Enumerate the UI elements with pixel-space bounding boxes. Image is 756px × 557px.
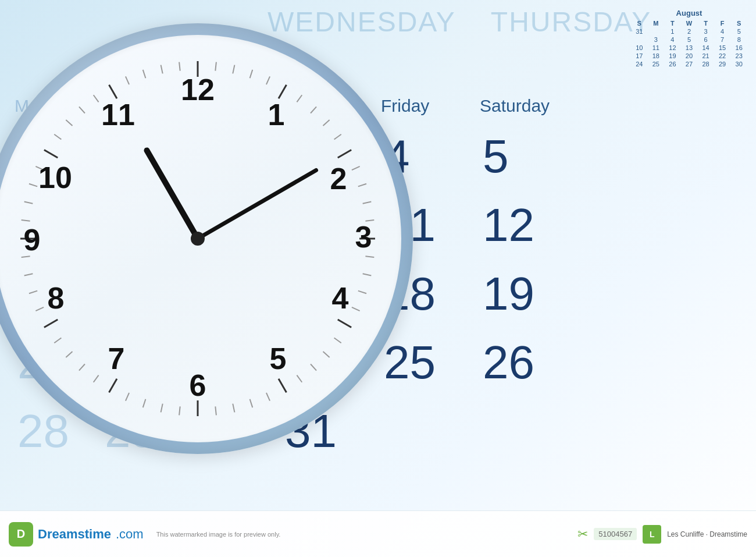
svg-line-10 <box>44 150 58 158</box>
clock-num-12: 12 <box>181 73 215 107</box>
svg-line-44 <box>35 307 44 311</box>
svg-line-21 <box>358 184 366 187</box>
clock-num-1: 1 <box>268 98 285 132</box>
svg-line-39 <box>126 393 129 401</box>
svg-line-12 <box>215 62 216 71</box>
hour-hand <box>147 150 198 239</box>
svg-line-43 <box>54 338 61 343</box>
clock-num-3: 3 <box>355 220 372 254</box>
svg-line-48 <box>22 220 30 221</box>
clock-container: 12 1 2 3 4 5 6 7 8 9 10 11 <box>0 23 425 466</box>
svg-line-56 <box>126 76 129 84</box>
svg-line-38 <box>143 399 146 407</box>
svg-line-58 <box>161 65 163 74</box>
svg-line-2 <box>338 150 351 158</box>
svg-line-53 <box>66 120 72 126</box>
small-calendar-days: 3112345 3456789 10111213141516 171819202… <box>631 27 747 68</box>
svg-line-54 <box>79 107 85 113</box>
svg-line-30 <box>311 364 316 371</box>
svg-line-20 <box>352 166 360 170</box>
clock-num-7: 7 <box>108 342 125 375</box>
clock-num-5: 5 <box>270 342 287 375</box>
svg-line-55 <box>94 95 99 102</box>
svg-line-36 <box>179 406 180 415</box>
svg-line-5 <box>279 379 287 392</box>
image-id-badge: 51004567 <box>594 528 637 540</box>
small-calendar-month: August <box>631 9 747 17</box>
svg-line-4 <box>338 320 351 328</box>
dreamstime-icon: D <box>9 522 33 547</box>
svg-line-31 <box>297 375 302 382</box>
watermark-right-section: ✂ 51004567 L Les Cunliffe · Dreamstime <box>577 525 747 544</box>
svg-line-33 <box>250 399 253 407</box>
svg-line-18 <box>323 120 330 126</box>
svg-line-13 <box>233 65 234 74</box>
svg-line-14 <box>250 70 253 78</box>
clock-num-4: 4 <box>332 281 349 315</box>
big-thursday-header: THURSDAY <box>491 6 651 38</box>
svg-line-29 <box>323 352 330 357</box>
clock-svg: 12 1 2 3 4 5 6 7 8 9 10 11 <box>0 35 401 442</box>
svg-line-41 <box>79 364 85 371</box>
svg-line-15 <box>266 76 270 84</box>
svg-line-34 <box>233 404 234 413</box>
small-calendar: August S M T W T F S 3112345 3456789 101… <box>631 9 747 68</box>
small-calendar-day-headers: S M T W T F S <box>631 19 747 27</box>
svg-line-57 <box>143 70 146 78</box>
svg-line-11 <box>109 85 117 98</box>
clock-center-cap <box>191 232 205 246</box>
scissors-icon: ✂ <box>577 527 588 542</box>
dreamstime-brand: Dreamstime <box>38 527 111 542</box>
clock-num-11: 11 <box>101 98 135 132</box>
day-header-saturday: Saturday <box>477 96 570 116</box>
svg-line-24 <box>365 256 374 257</box>
dreamstime-logo: D Dreamstime.com <box>9 522 144 547</box>
svg-line-25 <box>363 274 372 275</box>
svg-line-50 <box>29 184 37 187</box>
watermark-description: This watermarked image is for preview on… <box>156 531 281 538</box>
clock-num-9: 9 <box>24 223 41 257</box>
svg-line-49 <box>24 202 33 204</box>
author-avatar: L <box>643 525 661 544</box>
dreamstime-domain: .com <box>116 527 144 542</box>
svg-line-35 <box>215 406 216 415</box>
svg-line-32 <box>266 393 270 401</box>
watermark-bar: D Dreamstime.com This watermarked image … <box>0 510 756 557</box>
svg-line-59 <box>179 62 180 71</box>
svg-line-45 <box>29 291 37 294</box>
svg-line-52 <box>54 134 61 140</box>
svg-line-7 <box>109 379 117 392</box>
clock-num-8: 8 <box>48 281 65 315</box>
clock-face: 12 1 2 3 4 5 6 7 8 9 10 11 <box>0 35 401 442</box>
svg-line-22 <box>363 202 372 204</box>
clock-num-10: 10 <box>38 161 72 194</box>
svg-line-28 <box>334 338 341 343</box>
svg-line-19 <box>334 134 341 140</box>
svg-line-37 <box>161 404 163 413</box>
svg-line-17 <box>311 107 316 113</box>
svg-line-40 <box>94 375 99 382</box>
svg-line-16 <box>297 95 302 102</box>
svg-line-42 <box>66 352 72 357</box>
svg-line-8 <box>44 320 58 328</box>
author-name: Les Cunliffe · Dreamstime <box>667 530 747 538</box>
svg-line-26 <box>358 291 366 294</box>
minute-hand <box>198 171 316 239</box>
svg-line-1 <box>279 85 287 98</box>
clock-num-2: 2 <box>330 162 347 196</box>
clock-outer-ring: 12 1 2 3 4 5 6 7 8 9 10 11 <box>0 23 413 454</box>
svg-line-27 <box>352 307 360 311</box>
clock-num-6: 6 <box>190 368 206 402</box>
svg-line-46 <box>24 274 33 275</box>
